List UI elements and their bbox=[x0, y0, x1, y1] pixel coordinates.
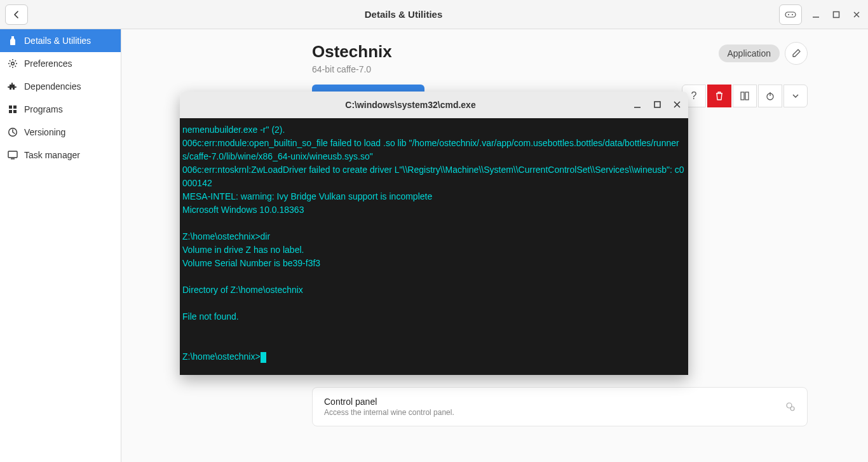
sidebar-item-details[interactable]: Details & Utilities bbox=[0, 29, 121, 52]
sidebar-item-label: Details & Utilities bbox=[24, 36, 91, 46]
sidebar-item-taskmanager[interactable]: Task manager bbox=[0, 144, 121, 166]
utilities-card: Control panel Access the internal wine c… bbox=[312, 387, 808, 426]
svg-rect-14 bbox=[745, 92, 749, 100]
page-title: Ostechnix bbox=[312, 42, 719, 62]
question-icon: ? bbox=[691, 90, 697, 102]
grid-icon bbox=[8, 105, 18, 114]
action-toolbar: ? bbox=[682, 85, 808, 107]
back-button[interactable] bbox=[5, 4, 28, 25]
settings-icon bbox=[785, 402, 796, 412]
sidebar-item-label: Dependencies bbox=[24, 81, 81, 92]
sidebar-item-label: Versioning bbox=[24, 127, 65, 137]
power-button[interactable] bbox=[758, 85, 782, 107]
svg-rect-8 bbox=[9, 110, 12, 113]
terminal-window: C:\windows\system32\cmd.exe nemenubuilde… bbox=[180, 92, 688, 375]
svg-point-1 bbox=[788, 14, 789, 15]
trash-icon bbox=[715, 91, 724, 101]
close-icon bbox=[853, 11, 860, 18]
terminal-titlebar[interactable]: C:\windows\system32\cmd.exe bbox=[180, 92, 688, 118]
gamepad-button[interactable] bbox=[779, 4, 802, 25]
sidebar-item-label: Preferences bbox=[24, 58, 72, 69]
minimize-button[interactable] bbox=[810, 8, 822, 21]
maximize-icon bbox=[832, 11, 840, 18]
svg-rect-0 bbox=[785, 12, 796, 17]
svg-point-5 bbox=[11, 62, 14, 65]
terminal-minimize-button[interactable] bbox=[634, 101, 641, 109]
sidebar-item-versioning[interactable]: Versioning bbox=[0, 121, 121, 144]
close-icon bbox=[674, 101, 681, 108]
control-panel-row[interactable]: Control panel Access the internal wine c… bbox=[313, 388, 807, 426]
app-header: Details & Utilities bbox=[0, 0, 868, 29]
terminal-body[interactable]: nemenubuilder.exe -r" (2). 006c:err:modu… bbox=[180, 118, 688, 375]
terminal-maximize-button[interactable] bbox=[654, 101, 661, 109]
minimize-icon bbox=[811, 10, 820, 19]
arrow-left-icon bbox=[11, 10, 22, 20]
chevron-down-icon bbox=[792, 94, 799, 98]
sidebar-item-dependencies[interactable]: Dependencies bbox=[0, 75, 121, 98]
page-subtitle: 64-bit caffe-7.0 bbox=[312, 64, 719, 74]
header-title: Details & Utilities bbox=[28, 9, 779, 20]
terminal-close-button[interactable] bbox=[674, 101, 681, 109]
close-button[interactable] bbox=[850, 8, 863, 21]
svg-rect-9 bbox=[13, 110, 17, 113]
more-button[interactable] bbox=[783, 85, 808, 107]
maximize-icon bbox=[654, 101, 661, 108]
svg-point-18 bbox=[790, 407, 794, 411]
terminal-output: nemenubuilder.exe -r" (2). 006c:err:modu… bbox=[182, 125, 684, 362]
svg-rect-11 bbox=[8, 151, 17, 158]
maximize-button[interactable] bbox=[830, 8, 843, 21]
monitor-icon bbox=[8, 151, 18, 160]
delete-button[interactable] bbox=[707, 85, 731, 107]
svg-rect-6 bbox=[9, 105, 12, 109]
control-panel-sub: Access the internal wine control panel. bbox=[324, 408, 785, 417]
sidebar-item-label: Task manager bbox=[24, 150, 80, 160]
sidebar-item-preferences[interactable]: Preferences bbox=[0, 52, 121, 75]
sidebar-item-programs[interactable]: Programs bbox=[0, 98, 121, 121]
svg-rect-4 bbox=[834, 11, 839, 17]
gamepad-icon bbox=[785, 10, 796, 19]
gear-icon bbox=[8, 58, 18, 69]
app-type-badge: Application bbox=[719, 44, 780, 62]
columns-icon bbox=[740, 92, 749, 100]
svg-rect-20 bbox=[654, 102, 660, 107]
svg-rect-7 bbox=[13, 105, 17, 109]
minimize-icon bbox=[634, 101, 641, 109]
bottle-icon bbox=[8, 36, 18, 46]
layout-button[interactable] bbox=[733, 85, 757, 107]
svg-rect-13 bbox=[741, 92, 744, 100]
terminal-title: C:\windows\system32\cmd.exe bbox=[187, 100, 634, 110]
control-panel-title: Control panel bbox=[324, 397, 785, 407]
pencil-icon bbox=[792, 49, 801, 58]
clock-icon bbox=[8, 127, 18, 137]
sidebar-item-label: Programs bbox=[24, 104, 63, 114]
svg-point-2 bbox=[792, 14, 793, 15]
header-controls bbox=[779, 4, 863, 25]
sidebar: Details & Utilities Preferences Dependen… bbox=[0, 29, 121, 462]
terminal-cursor bbox=[261, 352, 266, 363]
power-icon bbox=[766, 92, 775, 100]
puzzle-icon bbox=[8, 81, 18, 92]
edit-button[interactable] bbox=[785, 42, 808, 65]
